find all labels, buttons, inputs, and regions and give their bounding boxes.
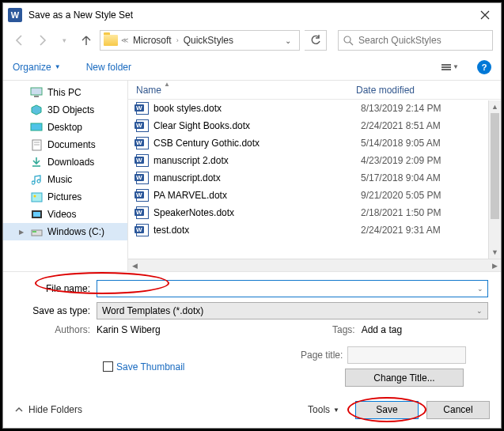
- tree-documents[interactable]: Documents: [3, 136, 127, 153]
- back-button[interactable]: [11, 32, 28, 49]
- search-icon: [343, 36, 354, 46]
- pc-icon: [30, 86, 43, 99]
- close-button[interactable]: [469, 3, 501, 27]
- filename-dropdown[interactable]: ⌄: [473, 285, 487, 293]
- refresh-button[interactable]: [305, 30, 327, 51]
- save-form: File name: ⌄ Save as type: Word Template…: [3, 272, 501, 391]
- save-thumbnail-label[interactable]: Save Thumbnail: [116, 361, 185, 372]
- tree-windows-c[interactable]: ▶Windows (C:): [3, 223, 127, 240]
- tree-pictures[interactable]: Pictures: [3, 188, 127, 206]
- word-doc-icon: [136, 172, 149, 184]
- forward-button[interactable]: [33, 32, 51, 49]
- svg-point-12: [33, 195, 36, 197]
- help-button[interactable]: ?: [477, 60, 491, 74]
- page-title-input[interactable]: [347, 346, 466, 364]
- search-box[interactable]: [338, 30, 493, 51]
- expand-icon[interactable]: ▶: [17, 229, 25, 236]
- documents-icon: [30, 138, 43, 151]
- word-doc-icon: [136, 137, 149, 149]
- search-input[interactable]: [358, 35, 487, 46]
- toolbar: Organize ▼ New folder ▼ ?: [3, 54, 501, 81]
- file-date: 8/13/2019 2:14 PM: [361, 103, 441, 114]
- tree-videos[interactable]: Videos: [3, 206, 127, 223]
- file-list: ▲ Name Date modified book styles.dotx8/1…: [128, 81, 501, 271]
- titlebar: W Save as a New Style Set: [3, 3, 501, 27]
- addr-dropdown[interactable]: ⌄: [280, 36, 296, 45]
- svg-line-3: [350, 42, 353, 45]
- file-row[interactable]: manuscript.dotx5/17/2018 9:04 AM: [128, 169, 488, 187]
- tags-value[interactable]: Add a tag: [362, 324, 402, 335]
- scroll-down-icon[interactable]: ▼: [489, 246, 501, 259]
- tools-button[interactable]: Tools ▼: [308, 404, 339, 415]
- chevron-down-icon: ⌄: [476, 307, 483, 315]
- organize-button[interactable]: Organize ▼: [13, 62, 61, 73]
- videos-icon: [30, 208, 43, 221]
- new-folder-button[interactable]: New folder: [86, 62, 131, 73]
- view-button[interactable]: ▼: [434, 59, 466, 76]
- arrow-right-icon: [36, 34, 48, 47]
- tree-downloads[interactable]: Downloads: [3, 153, 127, 171]
- scroll-up-icon[interactable]: ▲: [489, 100, 501, 113]
- vertical-scrollbar[interactable]: ▲▼: [488, 100, 501, 259]
- authors-label: Authors:: [16, 324, 97, 335]
- horizontal-scrollbar[interactable]: ◀▶: [128, 259, 501, 271]
- file-name: SpeakerNotes.dotx: [153, 207, 356, 218]
- file-date: 5/17/2018 9:04 AM: [361, 172, 441, 183]
- file-name: manuscript 2.dotx: [153, 155, 356, 166]
- recent-button[interactable]: ▾: [55, 32, 73, 49]
- word-icon: W: [8, 8, 22, 22]
- file-row[interactable]: Clear Sight Books.dotx2/24/2021 8:51 AM: [128, 117, 488, 134]
- file-date: 9/21/2020 5:05 PM: [361, 190, 441, 201]
- list-view-icon: [441, 64, 451, 70]
- file-row[interactable]: test.dotx2/24/2021 9:31 AM: [128, 221, 488, 239]
- column-headers[interactable]: ▲ Name Date modified: [128, 81, 501, 100]
- chevron-down-icon: ▼: [333, 406, 339, 414]
- tree-this-pc[interactable]: This PC: [3, 84, 127, 101]
- chevron-icon: ≪: [121, 36, 128, 44]
- word-doc-icon: [136, 224, 149, 236]
- tree-3d-objects[interactable]: 3D Objects: [3, 101, 127, 119]
- type-label: Save as type:: [16, 305, 97, 316]
- crumb-quickstyles[interactable]: QuickStyles: [182, 35, 235, 46]
- save-button[interactable]: Save: [355, 401, 419, 419]
- save-as-type-select[interactable]: Word Templates (*.dotx) ⌄: [97, 302, 488, 319]
- svg-rect-11: [32, 193, 42, 202]
- tree-desktop[interactable]: Desktop: [3, 119, 127, 136]
- nav-row: ▾ ≪ Microsoft › QuickStyles ⌄: [3, 27, 501, 54]
- close-icon: [480, 10, 490, 20]
- svg-rect-4: [31, 88, 42, 95]
- scroll-thumb[interactable]: [491, 113, 499, 219]
- body: This PC 3D Objects Desktop Documents Dow…: [3, 81, 501, 272]
- word-doc-icon: [136, 206, 149, 219]
- hide-folders-button[interactable]: Hide Folders: [14, 404, 82, 415]
- up-button[interactable]: [78, 32, 95, 49]
- page-title-label: Page title:: [301, 350, 343, 361]
- file-date: 5/14/2018 9:05 AM: [361, 138, 441, 149]
- address-bar[interactable]: ≪ Microsoft › QuickStyles ⌄: [100, 30, 300, 51]
- scroll-right-icon[interactable]: ▶: [488, 262, 501, 270]
- chevron-up-icon: [14, 405, 24, 414]
- crumb-microsoft[interactable]: Microsoft: [131, 35, 173, 46]
- file-row[interactable]: book styles.dotx8/13/2019 2:14 PM: [128, 100, 488, 117]
- folder-icon: [104, 35, 118, 46]
- refresh-icon: [310, 35, 321, 46]
- svg-rect-6: [31, 123, 42, 130]
- filename-input[interactable]: [97, 283, 473, 294]
- file-row[interactable]: manuscript 2.dotx4/23/2019 2:09 PM: [128, 152, 488, 169]
- file-row[interactable]: PA MARVEL.dotx9/21/2020 5:05 PM: [128, 187, 488, 204]
- filename-field[interactable]: ⌄: [97, 280, 488, 297]
- file-name: test.dotx: [153, 225, 356, 236]
- scroll-left-icon[interactable]: ◀: [128, 262, 141, 270]
- file-row[interactable]: CSB Century Gothic.dotx5/14/2018 9:05 AM: [128, 134, 488, 152]
- change-title-button[interactable]: Change Title...: [345, 369, 464, 387]
- cube-icon: [30, 104, 43, 116]
- tree-music[interactable]: Music: [3, 171, 127, 188]
- authors-value[interactable]: Karin S Wiberg: [97, 324, 161, 335]
- word-doc-icon: [136, 189, 149, 202]
- cancel-button[interactable]: Cancel: [426, 401, 490, 419]
- file-name: book styles.dotx: [153, 103, 356, 114]
- folder-tree[interactable]: This PC 3D Objects Desktop Documents Dow…: [3, 81, 128, 271]
- save-thumbnail-checkbox[interactable]: [103, 361, 113, 372]
- col-date[interactable]: Date modified: [356, 85, 488, 96]
- file-row[interactable]: SpeakerNotes.dotx2/18/2021 1:50 PM: [128, 204, 488, 221]
